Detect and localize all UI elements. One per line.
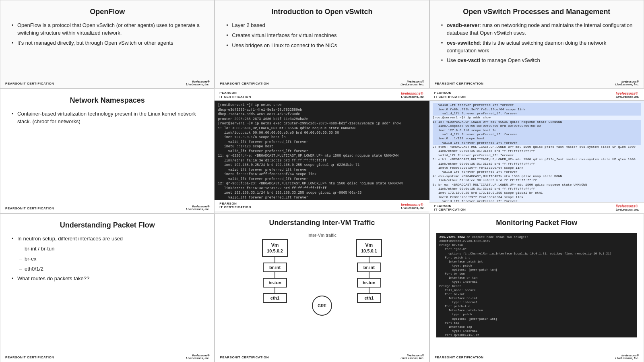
processes-bullet-3: Use ovs-vsctl to manage Open vSwitch (440, 57, 634, 64)
br-int-2: br-int (357, 263, 381, 272)
vm2-box: Vm10.5.0.1 (356, 239, 382, 257)
processes-footer: PEARSONIT CERTIFICATION livelessons®Live… (430, 80, 644, 86)
intro-footer: PEARSONIT CERTIFICATION livelessons®Live… (215, 80, 429, 86)
openflow-body: OpenFlow is a protocol that Open vSwitch… (10, 22, 204, 47)
vm2-stack: Vm10.5.0.1 br-int br-tun eth1 (356, 239, 382, 303)
openflow-cell: OpenFlow OpenFlow is a protocol that Ope… (0, 0, 215, 89)
openflow-bullet-1: OpenFlow is a protocol that Open vSwitch… (10, 22, 204, 37)
brand-livelessons-9: livelessons®LiveLessons, Inc. (186, 354, 209, 360)
namespaces-bullet-1: Container-based virtualization technolog… (10, 110, 204, 126)
conn5 (369, 272, 369, 278)
terminal2-cell: PEARSONIT CERTIFICATION livelessons®Live… (429, 89, 644, 213)
packetflow-cell: Understanding Packet Flow In neutron set… (0, 213, 215, 362)
conn4 (369, 257, 369, 263)
intro-bullet-1: Layer 2 based (225, 22, 419, 29)
brand-livelessons-5: livelessons®LiveLessons, Inc. (401, 91, 424, 98)
intervm-subtitle: Inter-Vm traffic (220, 233, 424, 238)
vm1-stack: Vm10.5.0.2 br-int br-tun eth1 (262, 239, 288, 303)
conn1 (275, 257, 275, 263)
processes-cell: Open vSwitch Processes and Management ov… (429, 0, 644, 89)
intervm-cell: Understanding Inter-VM Traffic Inter-Vm … (215, 213, 429, 362)
monitor-terminal: ovs-vsctl show on compute node shows two… (436, 233, 637, 337)
br-tun-1: br-tun (263, 278, 287, 288)
pf-bullet-2: br-int / br-tun (17, 245, 204, 253)
packetflow-footer: PEARSONIT CERTIFICATION livelessons®Live… (0, 354, 214, 360)
br-tun-2: br-tun (357, 278, 381, 288)
brand-livelessons-6: livelessons®LiveLessons, Inc. (401, 203, 424, 209)
intro-body: Layer 2 based Creates virtual interfaces… (225, 22, 419, 50)
brand-pearson-3: PEARSONIT CERTIFICATION (435, 82, 484, 86)
br-int-1: br-int (263, 263, 287, 272)
namespaces-cell: Network Namespaces Container-based virtu… (0, 89, 215, 213)
brand-pearson-6: PEARSONIT CERTIFICATION (219, 202, 251, 209)
gre-section: GRE (312, 296, 332, 316)
pf-bullet-3: br-ex (17, 255, 204, 263)
pf-bullet-4: eth0/1/2 (17, 265, 204, 273)
intro-bullet-3: Uses bridges on Linux to connect to the … (225, 42, 419, 50)
packetflow-title: Understanding Packet Flow (10, 221, 204, 230)
openflow-title: OpenFlow (10, 8, 204, 16)
brand-pearson-5: PEARSONIT CERTIFICATION (219, 91, 251, 99)
intervm-title: Understanding Inter-VM Traffic (220, 219, 424, 227)
brand-livelessons-3: livelessons®LiveLessons, Inc. (615, 80, 639, 86)
pf-bullet-5: What routes do packets take?? (10, 275, 204, 283)
conn2 (275, 272, 275, 278)
vm1-box: Vm10.5.0.2 (262, 239, 288, 257)
terminal2-header: PEARSONIT CERTIFICATION livelessons®Live… (429, 89, 644, 101)
eth1-1: eth1 (263, 293, 287, 303)
openflow-bullet-2: It's not managed directly, but through O… (10, 39, 204, 47)
namespaces-title: Network Namespaces (10, 96, 204, 105)
brand-pearson-10: PEARSONIT CERTIFICATION (220, 356, 269, 360)
terminal1-screen: [root@server1 ~]# ip netns show dhcp-e3d… (215, 101, 429, 202)
monitor-title: Monitoring Packet Flow (436, 219, 637, 227)
brand-pearson-7: PEARSONIT CERTIFICATION (434, 91, 466, 99)
brand-livelessons-2: livelessons®LiveLessons, Inc. (400, 80, 424, 86)
brand-pearson: PEARSONIT CERTIFICATION (5, 82, 54, 86)
brand-pearson-11: PEARSONIT CERTIFICATION (435, 356, 484, 360)
namespaces-footer: PEARSONIT CERTIFICATION livelessons®Live… (0, 205, 214, 211)
brand-livelessons-4: livelessons®LiveLessons, Inc. (186, 205, 209, 211)
intervm-diagram: Vm10.5.0.2 br-int br-tun eth1 GRE Vm10.5… (220, 239, 424, 316)
brand-livelessons-10: livelessons®LiveLessons, Inc. (400, 354, 424, 360)
brand-livelessons: livelessons®LiveLessons, Inc. (186, 80, 209, 86)
gre-circle: GRE (312, 296, 332, 316)
monitor-footer: PEARSONIT CERTIFICATION livelessons®Live… (430, 354, 644, 360)
terminal1-footer: PEARSONIT CERTIFICATION livelessons®Live… (215, 200, 429, 211)
conn6 (369, 288, 369, 293)
conn3 (275, 288, 275, 293)
brand-pearson-4: PEARSONIT CERTIFICATION (5, 207, 54, 211)
processes-body: ovsdb-server: runs on networking node an… (440, 22, 634, 64)
brand-livelessons-7: livelessons®LiveLessons, Inc. (616, 91, 639, 98)
openflow-footer: PEARSONIT CERTIFICATION livelessons®Live… (0, 80, 214, 86)
brand-livelessons-8: livelessons®LiveLessons, Inc. (616, 204, 639, 212)
brand-pearson-8: PEARSONIT CERTIFICATION (434, 204, 466, 212)
intervm-footer: PEARSONIT CERTIFICATION livelessons®Live… (215, 354, 429, 360)
processes-bullet-2: ovs-vswitchd: this is the actual switchi… (440, 39, 634, 55)
terminal1-cell: PEARSONIT CERTIFICATION livelessons®Live… (215, 89, 429, 213)
intro-bullet-2: Creates virtual interfaces for virtual m… (225, 32, 419, 39)
terminal2-footer: PEARSONIT CERTIFICATION livelessons®Live… (429, 202, 644, 213)
processes-bullet-1: ovsdb-server: runs on networking node an… (440, 22, 634, 37)
brand-pearson-9: PEARSONIT CERTIFICATION (5, 356, 54, 360)
intro-title: Introduction to Open vSwitch (225, 8, 419, 16)
intro-cell: Introduction to Open vSwitch Layer 2 bas… (215, 0, 429, 89)
brand-livelessons-11: livelessons®LiveLessons, Inc. (615, 354, 639, 360)
monitor-cell: Monitoring Packet Flow ovs-vsctl show on… (429, 213, 644, 362)
pf-bullet-1: In neutron setup, different interfaces a… (10, 235, 204, 243)
brand-pearson-2: PEARSONIT CERTIFICATION (220, 82, 269, 86)
namespaces-body: Container-based virtualization technolog… (10, 110, 204, 126)
processes-title: Open vSwitch Processes and Management (440, 8, 634, 16)
terminal2-screen: valid_lft forever preferred_lft forever … (429, 101, 644, 202)
packetflow-body: In neutron setup, different interfaces a… (10, 235, 204, 283)
terminal1-header: PEARSONIT CERTIFICATION livelessons®Live… (215, 89, 429, 101)
eth1-2: eth1 (357, 293, 381, 303)
